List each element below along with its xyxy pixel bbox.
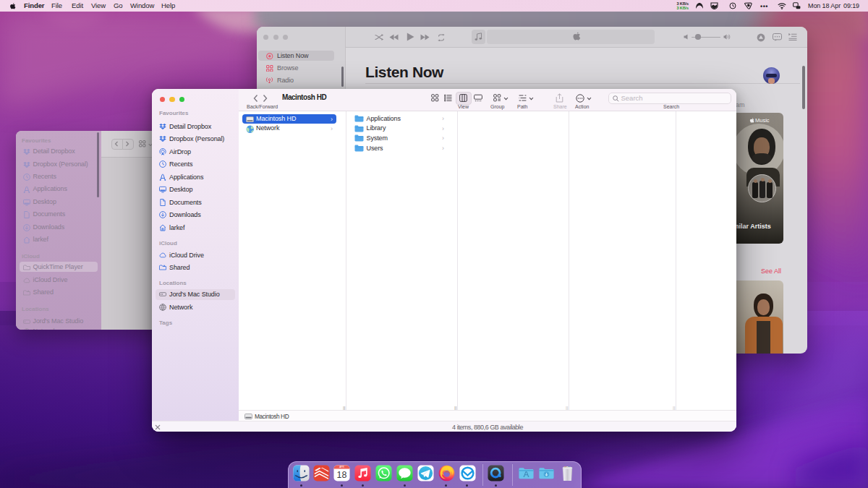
svg-text:18: 18 (337, 470, 347, 480)
svg-text:APR: APR (339, 466, 344, 468)
